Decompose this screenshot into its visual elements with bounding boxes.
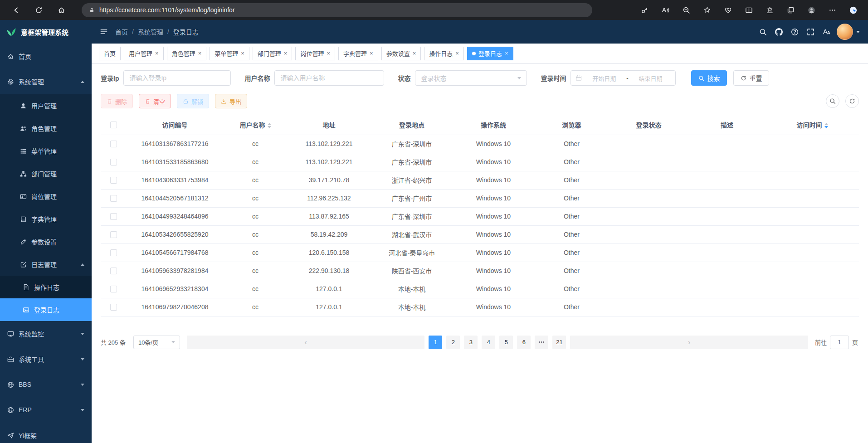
zoom-out-icon[interactable] xyxy=(678,2,695,18)
close-icon[interactable]: × xyxy=(198,50,202,56)
page-21-button[interactable]: 21 xyxy=(552,336,566,349)
font-size-icon[interactable] xyxy=(823,28,830,36)
page-1-button[interactable]: 1 xyxy=(429,336,442,349)
reset-button[interactable]: 重置 xyxy=(733,70,769,86)
select-all-checkbox[interactable] xyxy=(110,122,117,128)
home-icon[interactable] xyxy=(53,2,70,18)
tab-dept-management[interactable]: 部门管理× xyxy=(253,47,293,60)
sidebar-item-system-monitor[interactable]: 系统监控 xyxy=(0,321,92,346)
tab-dict-management[interactable]: 字典管理× xyxy=(338,47,378,60)
login-ip-input[interactable] xyxy=(123,70,231,86)
row-checkbox[interactable] xyxy=(110,286,117,292)
collections-icon[interactable] xyxy=(782,2,799,18)
sidebar-item-yi-framework[interactable]: Yi框架 xyxy=(0,423,92,443)
row-checkbox[interactable] xyxy=(110,159,117,166)
checkbox-cell xyxy=(101,207,126,225)
key-icon[interactable] xyxy=(636,2,653,18)
row-checkbox[interactable] xyxy=(110,304,117,311)
close-icon[interactable]: × xyxy=(155,50,159,56)
sidebar-item-bbs[interactable]: BBS xyxy=(0,372,92,397)
tab-home[interactable]: 首页 xyxy=(99,47,121,60)
row-checkbox[interactable] xyxy=(110,141,117,147)
username-input[interactable] xyxy=(274,70,384,86)
row-checkbox[interactable] xyxy=(110,268,117,274)
sidebar-item-system-tools[interactable]: 系统工具 xyxy=(0,346,92,372)
sidebar-item-user-management[interactable]: 用户管理 xyxy=(0,94,92,117)
sidebar-item-menu-management[interactable]: 菜单管理 xyxy=(0,140,92,162)
bing-icon[interactable] xyxy=(844,2,862,18)
login-status-select[interactable]: 登录状态 xyxy=(415,70,527,86)
back-icon[interactable] xyxy=(7,2,24,18)
favorites-bar-icon[interactable] xyxy=(761,2,778,18)
favorites-add-icon[interactable] xyxy=(698,2,716,18)
menu-fold-icon[interactable] xyxy=(100,28,108,36)
tab-label: 菜单管理 xyxy=(215,49,238,58)
address-bar[interactable]: https://ccnetcore.com:1101/system/log/lo… xyxy=(82,3,592,17)
clear-button[interactable]: 清空 xyxy=(139,94,171,108)
browser-essentials-icon[interactable] xyxy=(719,2,736,18)
close-icon[interactable]: × xyxy=(327,50,330,56)
sidebar-item-role-management[interactable]: 角色管理 xyxy=(0,117,92,140)
row-checkbox[interactable] xyxy=(110,231,117,238)
close-icon[interactable]: × xyxy=(241,50,244,56)
read-aloud-icon[interactable] xyxy=(657,2,674,18)
sidebar-item-erp[interactable]: ERP xyxy=(0,397,92,423)
help-icon[interactable] xyxy=(791,28,799,36)
more-pages-button[interactable]: ••• xyxy=(535,336,548,349)
sidebar-item-home[interactable]: 首页 xyxy=(0,44,92,69)
page-5-button[interactable]: 5 xyxy=(499,336,513,349)
page-3-button[interactable]: 3 xyxy=(464,336,478,349)
tab-menu-management[interactable]: 菜单管理× xyxy=(210,47,249,60)
sidebar-item-post-management[interactable]: 岗位管理 xyxy=(0,185,92,208)
page-6-button[interactable]: 6 xyxy=(517,336,531,349)
column-header[interactable]: 访问时间 xyxy=(766,115,859,135)
sidebar-item-log-management[interactable]: 日志管理 xyxy=(0,253,92,276)
search-icon[interactable] xyxy=(759,28,767,36)
search-button[interactable]: 搜索 xyxy=(691,70,727,86)
close-icon[interactable]: × xyxy=(284,50,288,56)
row-checkbox[interactable] xyxy=(110,195,117,202)
login-time-range-picker[interactable]: 开始日期 - 结束日期 xyxy=(571,70,676,86)
tab-login-log[interactable]: 登录日志× xyxy=(467,47,513,60)
column-header[interactable]: 用户名称 xyxy=(224,115,287,135)
tab-role-management[interactable]: 角色管理× xyxy=(167,47,207,60)
sidebar-item-dict-management[interactable]: 字典管理 xyxy=(0,208,92,230)
delete-button[interactable]: 删除 xyxy=(101,94,133,108)
sidebar-item-param-settings[interactable]: 参数设置 xyxy=(0,230,92,253)
refresh-icon[interactable] xyxy=(30,2,47,18)
close-icon[interactable]: × xyxy=(370,50,373,56)
tab-user-management[interactable]: 用户管理× xyxy=(124,47,164,60)
tab-post-management[interactable]: 岗位管理× xyxy=(295,47,335,60)
breadcrumb-system[interactable]: 系统管理 xyxy=(138,27,163,36)
settings-menu-icon[interactable] xyxy=(824,2,841,18)
row-checkbox[interactable] xyxy=(110,249,117,256)
refresh-table-button[interactable] xyxy=(845,94,859,108)
sidebar-item-login-log[interactable]: 登录日志 xyxy=(0,298,92,321)
sidebar-item-system-management[interactable]: 系统管理 xyxy=(0,69,92,94)
prev-page-button[interactable]: ‹ xyxy=(187,336,425,349)
toggle-search-button[interactable] xyxy=(826,94,839,108)
page-4-button[interactable]: 4 xyxy=(482,336,495,349)
close-icon[interactable]: × xyxy=(505,50,508,56)
page-size-select[interactable]: 10条/页 xyxy=(133,336,180,349)
page-2-button[interactable]: 2 xyxy=(446,336,460,349)
close-icon[interactable]: × xyxy=(455,50,459,56)
goto-page-input[interactable] xyxy=(830,336,849,349)
next-page-button[interactable]: › xyxy=(570,336,808,349)
row-checkbox[interactable] xyxy=(110,177,117,184)
unlock-button[interactable]: 解锁 xyxy=(177,94,209,108)
export-button[interactable]: 导出 xyxy=(215,94,247,108)
split-screen-icon[interactable] xyxy=(740,2,757,18)
tab-param-settings[interactable]: 参数设置× xyxy=(381,47,421,60)
profile-icon[interactable] xyxy=(803,2,820,18)
tab-operation-log[interactable]: 操作日志× xyxy=(424,47,464,60)
row-checkbox[interactable] xyxy=(110,213,117,220)
breadcrumb-home[interactable]: 首页 xyxy=(115,27,128,36)
close-icon[interactable]: × xyxy=(413,50,416,56)
github-icon[interactable] xyxy=(775,28,783,36)
sidebar-item-operation-log[interactable]: 操作日志 xyxy=(0,276,92,298)
avatar[interactable] xyxy=(837,24,853,40)
sidebar-item-dept-management[interactable]: 部门管理 xyxy=(0,162,92,185)
user-menu[interactable] xyxy=(837,24,860,40)
fullscreen-icon[interactable] xyxy=(807,28,814,36)
